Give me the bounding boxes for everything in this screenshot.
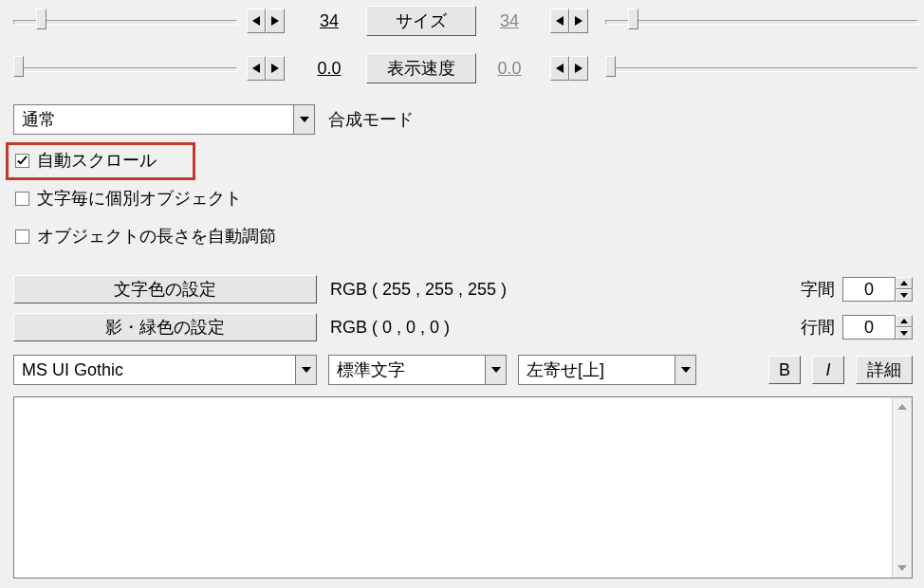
compose-mode-value: 通常: [14, 108, 293, 131]
detail-button[interactable]: 詳細: [856, 356, 913, 384]
size-button[interactable]: サイズ: [366, 6, 476, 36]
style-select[interactable]: 標準文字: [328, 355, 507, 385]
svg-marker-0: [252, 16, 260, 26]
font-select[interactable]: MS UI Gothic: [13, 355, 317, 385]
speed-slider-left[interactable]: [13, 60, 237, 77]
per-char-checkbox[interactable]: 文字毎に個別オブジェクト: [15, 186, 276, 211]
speed-dec-left[interactable]: [247, 56, 266, 81]
speed-value-left[interactable]: 0.0: [311, 59, 347, 79]
svg-marker-4: [252, 64, 260, 73]
auto-scroll-label: 自動スクロール: [37, 149, 157, 172]
scroll-down-icon[interactable]: [893, 559, 912, 578]
font-dropdown-icon[interactable]: [295, 356, 316, 384]
compose-mode-label: 合成モード: [328, 108, 414, 131]
svg-marker-1: [271, 16, 279, 26]
size-inc-right[interactable]: [569, 9, 588, 33]
speed-dec-right[interactable]: [550, 56, 569, 81]
size-slider-left[interactable]: [13, 12, 237, 29]
speed-inc-left[interactable]: [266, 56, 285, 81]
size-dec-left[interactable]: [247, 9, 266, 33]
size-value-left[interactable]: 34: [311, 11, 347, 31]
align-select[interactable]: 左寄せ[上]: [518, 355, 696, 385]
char-spacing-down[interactable]: [896, 289, 913, 302]
svg-marker-12: [897, 404, 907, 410]
text-input-area[interactable]: [13, 396, 913, 579]
line-spacing-down[interactable]: [896, 327, 913, 340]
auto-length-checkbox[interactable]: オブジェクトの長さを自動調節: [15, 224, 276, 248]
size-slider-right[interactable]: [605, 12, 918, 29]
svg-marker-2: [556, 16, 564, 26]
shadow-color-rgb: RGB ( 0 , 0 , 0 ): [330, 318, 450, 338]
size-dec-right[interactable]: [550, 9, 569, 33]
compose-mode-dropdown-icon[interactable]: [293, 105, 314, 134]
shadow-color-button[interactable]: 影・緑色の設定: [13, 313, 317, 341]
char-spacing-input[interactable]: [842, 277, 896, 302]
speed-button[interactable]: 表示速度: [366, 53, 476, 83]
auto-scroll-checkbox[interactable]: 自動スクロール: [15, 148, 276, 173]
svg-marker-6: [556, 64, 564, 73]
svg-marker-10: [900, 319, 908, 323]
align-dropdown-icon[interactable]: [675, 356, 695, 384]
svg-marker-5: [271, 64, 279, 73]
italic-button[interactable]: I: [812, 356, 844, 384]
size-value-right: 34: [491, 11, 527, 31]
svg-marker-3: [575, 16, 582, 26]
svg-marker-9: [900, 293, 908, 298]
svg-marker-11: [900, 331, 908, 336]
line-spacing-input[interactable]: [842, 315, 896, 340]
text-color-rgb: RGB ( 255 , 255 , 255 ): [330, 280, 507, 300]
svg-marker-8: [900, 281, 908, 285]
svg-marker-13: [897, 565, 907, 571]
per-char-label: 文字毎に個別オブジェクト: [37, 187, 242, 210]
svg-marker-7: [575, 64, 582, 73]
char-spacing-label: 字間: [801, 278, 835, 301]
size-inc-left[interactable]: [266, 9, 285, 33]
compose-mode-select[interactable]: 通常: [13, 104, 315, 135]
align-value: 左寄せ[上]: [519, 358, 675, 381]
line-spacing-up[interactable]: [896, 315, 913, 327]
style-value: 標準文字: [329, 358, 485, 381]
text-color-button[interactable]: 文字色の設定: [13, 275, 317, 303]
speed-inc-right[interactable]: [569, 56, 588, 81]
checkmark-icon: [17, 156, 28, 166]
font-value: MS UI Gothic: [14, 360, 295, 380]
style-dropdown-icon[interactable]: [485, 356, 506, 384]
char-spacing-up[interactable]: [896, 277, 913, 289]
bold-button[interactable]: B: [768, 356, 801, 384]
speed-slider-right[interactable]: [605, 60, 918, 77]
auto-length-label: オブジェクトの長さを自動調節: [37, 225, 276, 248]
textarea-scrollbar[interactable]: [892, 397, 912, 578]
speed-value-right: 0.0: [491, 59, 527, 79]
scroll-up-icon[interactable]: [893, 397, 912, 416]
line-spacing-label: 行間: [801, 316, 835, 339]
